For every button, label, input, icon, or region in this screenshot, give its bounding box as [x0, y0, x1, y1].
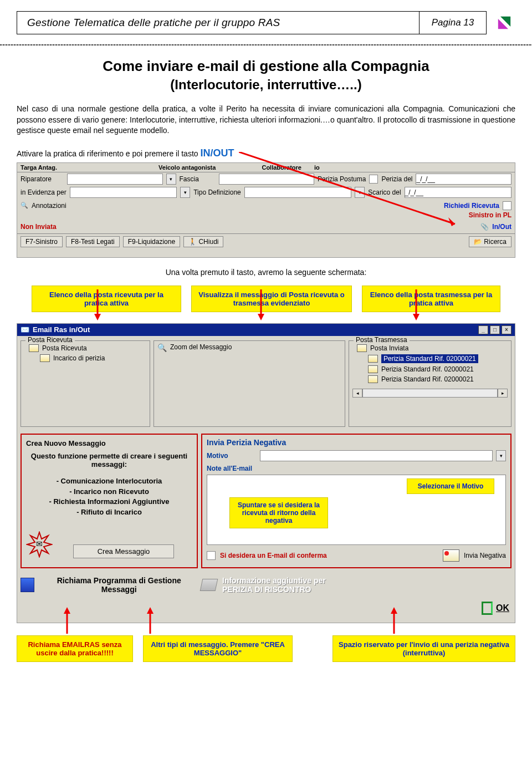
mail-item-icon	[368, 365, 378, 373]
input-motivo[interactable]	[260, 450, 493, 461]
legend-crea-messaggio: Altri tipi di messaggio. Premere "CREA M…	[143, 635, 293, 662]
label-perizia-del: Perizia del	[381, 175, 412, 183]
label-zoom-messaggio: Zoom del Messaggio	[170, 343, 232, 351]
label-sinistro-in-pl: Sinistro in PL	[469, 211, 511, 219]
panel-posta-ricevuta: Posta Ricevuta Posta Ricevuta Incarico d…	[21, 340, 150, 427]
list-richiesta-info: - Richiesta Informazioni Aggiuntive	[26, 497, 192, 507]
screenshot-practice-form: Targa Antag. Veicolo antagonista Collabo…	[17, 162, 515, 258]
caption-after-shot1: Una volta premuto il tasto, avremo la se…	[17, 268, 515, 277]
label-tipo-definizione: Tipo Definizione	[193, 189, 241, 196]
title-crea-nuovo: Crea Nuovo Messaggio	[26, 439, 192, 447]
callout-motivo: Selezionare il Motivo	[407, 478, 494, 494]
page-subtitle: (Interlocutorie, interruttive…..)	[17, 77, 515, 93]
button-invia-negativa[interactable]: Invia Negativa	[464, 552, 506, 559]
button-f8-testi-legati[interactable]: F8-Testi Legati	[66, 236, 120, 247]
button-crea-messaggio[interactable]: Crea Messaggio	[73, 544, 174, 558]
checkbox-richiedi-ricevuta[interactable]	[503, 201, 511, 210]
input-riparatore[interactable]	[67, 174, 163, 185]
label-targa-antag: Targa Antag.	[21, 164, 57, 171]
label-evidenza: in Evidenza per	[21, 189, 66, 196]
program-icon	[21, 578, 34, 592]
envelope-icon	[443, 549, 459, 562]
tree-item-perizia2[interactable]: Perizia Standard Rif. 02000021	[381, 365, 474, 373]
tree-root-trasmessa[interactable]: Posta Inviata	[370, 344, 408, 352]
mail-item-icon	[40, 354, 50, 362]
callout-posta-trasmessa: Elenco della posta trasmessa per la prat…	[362, 286, 500, 312]
tree-root-ricevuta[interactable]: Posta Ricevuta	[42, 344, 87, 352]
list-interlocutoria: - Comunicazione Interlocutoria	[26, 476, 192, 487]
dropdown-motivo-icon[interactable]: ▾	[496, 450, 506, 461]
minimize-button[interactable]: _	[478, 325, 488, 334]
maximize-button[interactable]: □	[490, 325, 500, 334]
input-tipo-definizione[interactable]	[244, 187, 351, 198]
folder-icon	[357, 344, 367, 352]
svg-marker-7	[258, 314, 264, 320]
callout-spuntare: Spuntare se si desidera la ricevuta di r…	[229, 497, 328, 528]
svg-text:✉: ✉	[36, 539, 43, 548]
scroll-right-button[interactable]: ▸	[498, 389, 508, 398]
tree-item-perizia3[interactable]: Perizia Standard Rif. 02000021	[381, 375, 474, 383]
label-annotazioni[interactable]: Annotazioni	[32, 202, 66, 210]
list-incarico-non-ricevuto: - Incarico non Ricevuto	[26, 487, 192, 497]
list-rifiuto-incarico: - Rifiuto di Incarico	[26, 507, 192, 518]
dropdown-tipo-def-icon[interactable]: ▾	[355, 187, 365, 198]
screenshot-email-ras: ✉️ Email Ras in/Out _ □ × Posta Ricevuta…	[17, 323, 515, 623]
button-richiama-gestione-messaggi[interactable]: Richiama Programma di Gestione Messaggi	[21, 576, 198, 594]
tree-item-incarico[interactable]: Incarico di perizia	[53, 354, 105, 362]
desc-crea: Questo funzione permette di creare i seg…	[26, 452, 192, 468]
label-io: io	[314, 164, 320, 171]
attachment-icon[interactable]: 📎	[480, 223, 489, 231]
input-perizia-del[interactable]: _/_/__	[416, 174, 511, 185]
panel-posta-trasmessa: Posta Trasmessa Posta Inviata Perizia St…	[349, 340, 511, 427]
folder-icon	[29, 344, 39, 352]
label-note-email: Note all'E-mail	[207, 465, 257, 472]
mail-item-icon	[368, 355, 378, 363]
checkbox-conferma-email[interactable]	[207, 551, 216, 560]
page-title: Come inviare e-mail di gestione alla Com…	[17, 58, 515, 75]
input-evidenza[interactable]	[70, 187, 177, 198]
window-title: Email Ras in/Out	[33, 325, 90, 334]
button-ricerca[interactable]: 📂 Ricerca	[469, 236, 511, 247]
exit-icon	[482, 602, 493, 615]
input-fascia[interactable]	[219, 174, 315, 185]
label-veicolo-antagonista: Veicolo antagonista	[158, 164, 216, 171]
intro-paragraph: Nel caso di una normale gestione della p…	[17, 104, 515, 136]
callout-posta-ricevuta: Elenco della posta ricevuta per la prati…	[32, 286, 181, 312]
panel-title-posta-ricevuta: Posta Ricevuta	[25, 336, 75, 344]
panel-invia-perizia-negativa: Invia Perizia Negativa Motivo ▾ Note all…	[201, 434, 511, 568]
tree-item-selected[interactable]: Perizia Standard Rif. 02000021	[381, 354, 478, 363]
starburst-icon: ✉	[26, 531, 53, 558]
button-f7-sinistro[interactable]: F7-Sinistro	[21, 236, 63, 247]
label-richiedi-ricevuta: Richiedi Ricevuta	[444, 202, 499, 210]
label-riparatore: Riparatore	[21, 175, 64, 183]
label-perizia-postuma: Perizia Postuma	[318, 175, 366, 183]
scroll-left-button[interactable]: ◂	[352, 389, 362, 398]
button-chiudi[interactable]: 🚶 CHiudi	[183, 236, 223, 247]
input-scarico-del[interactable]: _/_/__	[405, 187, 511, 198]
header-page-number: Pagina 13	[419, 12, 486, 34]
textarea-note-email[interactable]: Spuntare se si desidera la ricevuta di r…	[207, 475, 506, 545]
checkbox-perizia-postuma[interactable]	[369, 175, 378, 184]
callout-zoom: Visualizza il messaggio di Posta ricevut…	[191, 286, 352, 312]
mail-item-icon	[368, 375, 378, 383]
panel-zoom[interactable]: 🔍 Zoom del Messaggio	[154, 340, 345, 427]
dropdown-riparatore-icon[interactable]: ▾	[166, 174, 176, 185]
button-ok[interactable]: OK	[482, 602, 509, 615]
close-button[interactable]: ×	[502, 325, 511, 334]
title-invia-negativa: Invia Perizia Negativa	[207, 438, 506, 447]
label-motivo: Motivo	[207, 452, 257, 460]
label-non-inviata: Non Inviata	[21, 223, 57, 231]
button-f9-liquidazione[interactable]: F9-Liquidazione	[123, 236, 180, 247]
legend-richiama-emailras: Richiama EMAILRAS senza uscire dalla pra…	[17, 635, 133, 662]
label-scarico-del: Scarico del	[368, 189, 401, 196]
svg-marker-9	[413, 314, 420, 320]
mail-icon: ✉️	[21, 325, 29, 334]
divider-line	[0, 44, 532, 45]
dropdown-evidenza-icon[interactable]: ▾	[180, 187, 190, 198]
label-fascia: Fascia	[180, 175, 216, 183]
svg-marker-5	[94, 314, 101, 320]
label-collaboratore: Collaboratore	[262, 164, 301, 171]
panel-crea-nuovo-messaggio: Crea Nuovo Messaggio Questo funzione per…	[21, 434, 198, 568]
button-inout[interactable]: In/Out	[492, 223, 511, 231]
button-info-aggiuntive-perizia[interactable]: Informazione aggiuntive perPERIZIA DI RI…	[201, 576, 511, 594]
